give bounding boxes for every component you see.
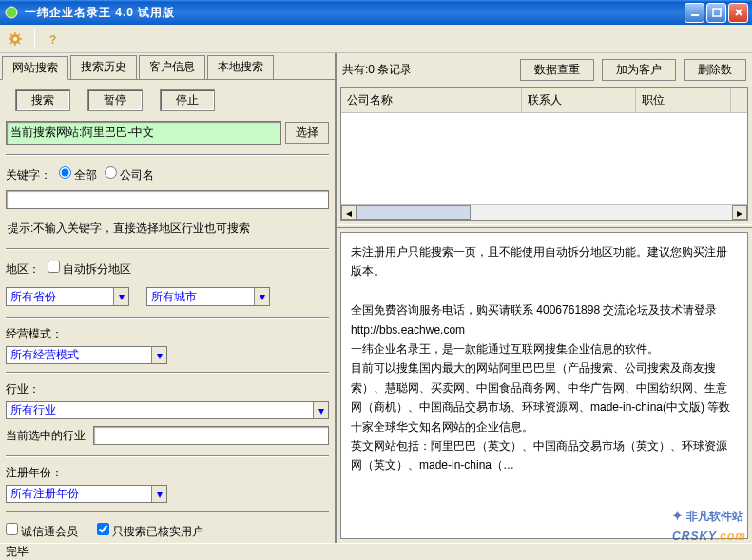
tab-customer-info[interactable]: 客户信息 [139, 55, 205, 79]
verified-checkbox[interactable]: 只搜索已核实用户 [97, 523, 203, 540]
regyear-label: 注册年份： [6, 465, 329, 481]
statusbar: 完毕 [0, 543, 752, 560]
auto-split-checkbox[interactable]: 自动拆分地区 [48, 261, 131, 278]
col-position[interactable]: 职位 [636, 88, 731, 112]
svg-rect-1 [691, 14, 699, 16]
dedupe-button[interactable]: 数据查重 [520, 59, 594, 81]
keyword-label: 关键字： [6, 167, 51, 183]
tabstrip: 网站搜索 搜索历史 客户信息 本地搜索 [0, 53, 335, 80]
grid-header: 公司名称 联系人 职位 [341, 88, 747, 113]
add-customer-button[interactable]: 加为客户 [602, 59, 676, 81]
titlebar: 一纬企业名录王 4.0 试用版 [0, 0, 752, 25]
region-dropdowns: 所有省份 ▾ 所有城市 ▾ [6, 284, 329, 309]
separator [6, 455, 329, 457]
hint-text: 提示:不输入关键字，直接选择地区行业也可搜索 [6, 217, 329, 241]
pause-button[interactable]: 暂停 [87, 89, 143, 111]
svg-point-0 [6, 7, 17, 18]
left-panel: 网站搜索 搜索历史 客户信息 本地搜索 搜索 暂停 停止 当前搜索网站:阿里巴巴… [0, 53, 337, 543]
scroll-track[interactable] [357, 205, 732, 220]
keyword-opt-all[interactable]: 全部 [59, 166, 97, 183]
chevron-down-icon: ▾ [254, 288, 269, 305]
bizmode-dropdown[interactable]: 所有经营模式 ▾ [6, 346, 167, 364]
region-row: 地区： 自动拆分地区 [6, 258, 329, 280]
horizontal-splitter[interactable] [337, 224, 752, 228]
svg-text:?: ? [49, 33, 56, 47]
search-button-row: 搜索 暂停 停止 [6, 86, 329, 115]
separator [6, 248, 329, 250]
info-pane: 未注册用户只能搜索一页，且不能使用自动拆分地区功能。建议您购买注册版本。 全国免… [340, 232, 748, 539]
tab-local-search[interactable]: 本地搜索 [207, 55, 274, 79]
scroll-thumb[interactable] [357, 205, 471, 220]
tab-web-search[interactable]: 网站搜索 [2, 56, 68, 80]
record-count: 共有:0 条记录 [342, 62, 512, 78]
keyword-input[interactable] [6, 190, 329, 209]
help-icon[interactable]: ? [45, 29, 64, 48]
right-toolbar: 共有:0 条记录 数据查重 加为客户 删除数 [337, 53, 752, 87]
close-button[interactable] [728, 3, 748, 23]
delete-button[interactable]: 删除数 [684, 59, 746, 81]
current-industry-row: 当前选中的行业 [6, 423, 329, 448]
results-grid: 公司名称 联系人 职位 ◂ ▸ [340, 87, 748, 221]
city-dropdown[interactable]: 所有城市 ▾ [146, 287, 270, 306]
current-industry-label: 当前选中的行业 [6, 428, 86, 444]
svg-rect-2 [713, 9, 721, 16]
info-text: 未注册用户只能搜索一页，且不能使用自动拆分地区功能。建议您购买注册版本。 全国免… [351, 242, 738, 475]
separator [6, 372, 329, 374]
bizmode-label: 经营模式： [6, 326, 329, 342]
toolbar-separator [34, 29, 35, 48]
minimize-button[interactable] [685, 3, 704, 23]
region-label: 地区： [6, 261, 40, 278]
separator [6, 154, 329, 156]
industry-dropdown[interactable]: 所有行业 ▾ [6, 401, 329, 419]
settings-icon[interactable] [6, 29, 25, 48]
app-title: 一纬企业名录王 4.0 试用版 [25, 5, 175, 21]
chevron-down-icon: ▾ [151, 486, 166, 502]
current-site-display: 当前搜索网站:阿里巴巴-中文 [6, 121, 281, 145]
current-industry-input[interactable] [93, 426, 329, 445]
chevron-down-icon: ▾ [151, 347, 166, 363]
separator [6, 317, 329, 319]
maximize-button[interactable] [706, 3, 726, 23]
col-company[interactable]: 公司名称 [341, 88, 522, 112]
status-text: 完毕 [6, 544, 29, 560]
stop-button[interactable]: 停止 [160, 89, 215, 111]
separator [6, 511, 329, 512]
right-panel: 共有:0 条记录 数据查重 加为客户 删除数 公司名称 联系人 职位 ◂ ▸ 未… [337, 53, 752, 543]
toolbar: ? [0, 25, 752, 53]
current-site-row: 当前搜索网站:阿里巴巴-中文 选择 [6, 119, 329, 146]
search-button[interactable]: 搜索 [15, 89, 70, 111]
regyear-dropdown[interactable]: 所有注册年份 ▾ [6, 485, 167, 503]
tab-search-history[interactable]: 搜索历史 [70, 55, 137, 79]
member-row: 诚信通会员 只搜索已核实用户 [6, 520, 329, 543]
chengxin-checkbox[interactable]: 诚信通会员 [6, 523, 78, 540]
app-icon [4, 5, 19, 20]
select-site-button[interactable]: 选择 [285, 122, 329, 144]
scroll-right-button[interactable]: ▸ [732, 205, 747, 220]
province-dropdown[interactable]: 所有省份 ▾ [6, 287, 129, 306]
grid-body[interactable] [341, 113, 747, 208]
horizontal-scrollbar: ◂ ▸ [341, 204, 747, 220]
keyword-row: 关键字： 全部 公司名 [6, 164, 329, 186]
chevron-down-icon: ▾ [113, 288, 128, 305]
col-contact[interactable]: 联系人 [522, 88, 636, 112]
window-controls [685, 3, 748, 23]
svg-point-6 [13, 37, 17, 41]
industry-label: 行业： [6, 381, 329, 397]
chevron-down-icon: ▾ [313, 402, 328, 418]
scroll-left-button[interactable]: ◂ [341, 205, 357, 220]
search-area: 搜索 暂停 停止 当前搜索网站:阿里巴巴-中文 选择 关键字： 全部 公司名 提… [0, 80, 335, 543]
keyword-opt-company[interactable]: 公司名 [105, 166, 154, 183]
workarea: 网站搜索 搜索历史 客户信息 本地搜索 搜索 暂停 停止 当前搜索网站:阿里巴巴… [0, 53, 752, 543]
